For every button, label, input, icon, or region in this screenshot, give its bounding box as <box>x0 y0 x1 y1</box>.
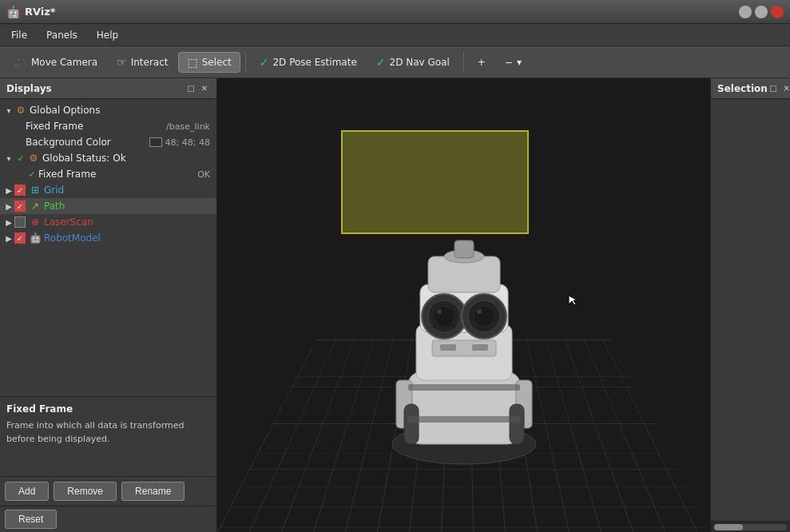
path-expand[interactable]: ▶ <box>3 200 14 212</box>
robot-model-icon: 🤖 <box>29 232 42 244</box>
add-button[interactable]: Add <box>5 482 49 501</box>
selection-content <box>711 99 790 521</box>
svg-rect-17 <box>404 404 419 444</box>
selection-close-btn[interactable]: ✕ <box>781 83 790 94</box>
path-row[interactable]: ▶ ↗ Path <box>0 198 216 214</box>
laser-scan-row[interactable]: ▶ ⊕ LaserScan <box>0 214 216 230</box>
grid-row[interactable]: ▶ ⊞ Grid <box>0 182 216 198</box>
svg-rect-22 <box>408 384 520 391</box>
toolbar-sep-2 <box>463 52 464 73</box>
viewport[interactable] <box>217 78 710 532</box>
pose-estimate-button[interactable]: ✓ 2D Pose Estimate <box>251 52 366 73</box>
minimize-button[interactable] <box>739 6 752 18</box>
scrollbar-thumb[interactable] <box>714 524 743 530</box>
laser-scan-expand[interactable]: ▶ <box>3 216 14 228</box>
interact-button[interactable]: ☞ Interact <box>108 52 177 73</box>
path-checkbox[interactable] <box>14 200 26 212</box>
main-area: Displays □ ✕ ▾ ⚙ Global Options Fixed Fr… <box>0 78 790 532</box>
bg-color-swatch[interactable] <box>149 137 162 147</box>
global-status-row[interactable]: ▾ ✓ ⚙ Global Status: Ok <box>0 150 216 166</box>
tree-view: ▾ ⚙ Global Options Fixed Frame /base_lin… <box>0 99 216 396</box>
left-panel: Displays □ ✕ ▾ ⚙ Global Options Fixed Fr… <box>0 78 217 532</box>
nav-goal-label: 2D Nav Goal <box>390 57 450 68</box>
add-toolbar-icon: + <box>478 57 486 68</box>
fixed-frame-row[interactable]: Fixed Frame /base_link <box>0 118 216 134</box>
displays-header: Displays □ ✕ <box>0 78 216 99</box>
svg-point-11 <box>474 307 494 326</box>
menu-file[interactable]: File <box>3 27 35 43</box>
global-options-expand[interactable]: ▾ <box>3 105 14 116</box>
displays-close-btn[interactable]: ✕ <box>199 83 210 94</box>
toolbar-sep-1 <box>245 52 246 73</box>
global-options-row[interactable]: ▾ ⚙ Global Options <box>0 102 216 118</box>
grid-checkbox[interactable] <box>14 185 26 196</box>
right-scrollbar[interactable] <box>711 521 790 532</box>
bg-color-value: 48; 48; 48 <box>165 137 210 148</box>
remove-button[interactable]: Remove <box>54 482 117 501</box>
arrow-icon: ▾ <box>517 57 522 68</box>
global-status-expand[interactable]: ▾ <box>3 153 14 164</box>
global-status-fixed-frame-row[interactable]: ✓ Fixed Frame OK <box>0 166 216 182</box>
select-button[interactable]: ⬚ Select <box>178 52 240 73</box>
right-panel: Selection □ ✕ <box>710 78 790 532</box>
svg-rect-1 <box>408 372 520 444</box>
pose-icon: ✓ <box>260 56 269 69</box>
robot-model-row[interactable]: ▶ 🤖 RobotModel <box>0 230 216 246</box>
toolbar: 🎥 Move Camera ☞ Interact ⬚ Select ✓ 2D P… <box>0 46 790 78</box>
move-camera-button[interactable]: 🎥 Move Camera <box>5 52 106 73</box>
button-bar: Add Remove Rename <box>0 476 216 506</box>
robot-model-checkbox[interactable] <box>14 232 26 244</box>
grid-label: Grid <box>44 185 213 196</box>
path-label: Path <box>44 200 213 212</box>
pose-estimate-label: 2D Pose Estimate <box>272 57 356 68</box>
robot-model-label: RobotModel <box>44 232 213 244</box>
grid-expand[interactable]: ▶ <box>3 185 14 196</box>
scrollbar-track[interactable] <box>714 524 787 530</box>
displays-minimize-btn[interactable]: □ <box>185 83 197 94</box>
info-panel: Fixed Frame Frame into which all data is… <box>0 396 216 476</box>
gs-fixed-frame-label: Fixed Frame <box>38 169 197 180</box>
select-label: Select <box>202 57 232 68</box>
fixed-frame-value: /base_link <box>166 121 210 132</box>
interact-label: Interact <box>131 57 169 68</box>
app-title: RViz* <box>25 6 56 18</box>
selection-title: Selection <box>717 83 768 94</box>
menu-panels[interactable]: Panels <box>38 27 85 43</box>
robot-model-expand[interactable]: ▶ <box>3 232 14 244</box>
selection-header: Selection □ ✕ <box>711 78 790 99</box>
laser-scan-label: LaserScan <box>44 216 213 228</box>
nav-goal-button[interactable]: ✓ 2D Nav Goal <box>367 52 459 73</box>
laser-scan-checkbox[interactable] <box>14 216 26 228</box>
app-icon: 🤖 <box>6 6 20 18</box>
nav-goal-icon: ✓ <box>376 56 386 69</box>
global-status-check-icon: ✓ <box>14 152 27 165</box>
bg-color-expand <box>14 137 26 148</box>
svg-point-8 <box>437 309 442 314</box>
svg-rect-18 <box>510 404 524 444</box>
menu-help[interactable]: Help <box>89 27 126 43</box>
minus-toolbar-button[interactable]: − ▾ <box>496 53 530 72</box>
selection-minimize-btn[interactable]: □ <box>768 83 779 94</box>
global-options-label: Global Options <box>30 105 213 116</box>
global-options-icon: ⚙ <box>14 104 27 117</box>
gs-fixed-frame-value: OK <box>197 169 210 180</box>
fixed-frame-label: Fixed Frame <box>26 121 166 132</box>
reset-button[interactable]: Reset <box>5 510 57 529</box>
title-left: 🤖 RViz* <box>6 6 56 18</box>
robot-container <box>336 181 592 484</box>
add-toolbar-button[interactable]: + <box>469 53 494 72</box>
svg-point-12 <box>477 309 482 314</box>
rename-button[interactable]: Rename <box>121 482 185 501</box>
close-button[interactable] <box>771 6 784 18</box>
global-status-icon: ⚙ <box>27 152 40 165</box>
grid-icon: ⊞ <box>29 184 42 197</box>
bg-color-row[interactable]: Background Color 48; 48; 48 <box>0 134 216 150</box>
maximize-button[interactable] <box>755 6 768 18</box>
svg-rect-16 <box>455 240 474 258</box>
minus-toolbar-icon: − <box>505 57 513 68</box>
title-controls <box>739 6 784 18</box>
svg-point-7 <box>435 307 454 326</box>
svg-rect-23 <box>408 416 520 423</box>
displays-title: Displays <box>6 83 52 94</box>
global-status-label: Global Status: Ok <box>42 153 213 164</box>
